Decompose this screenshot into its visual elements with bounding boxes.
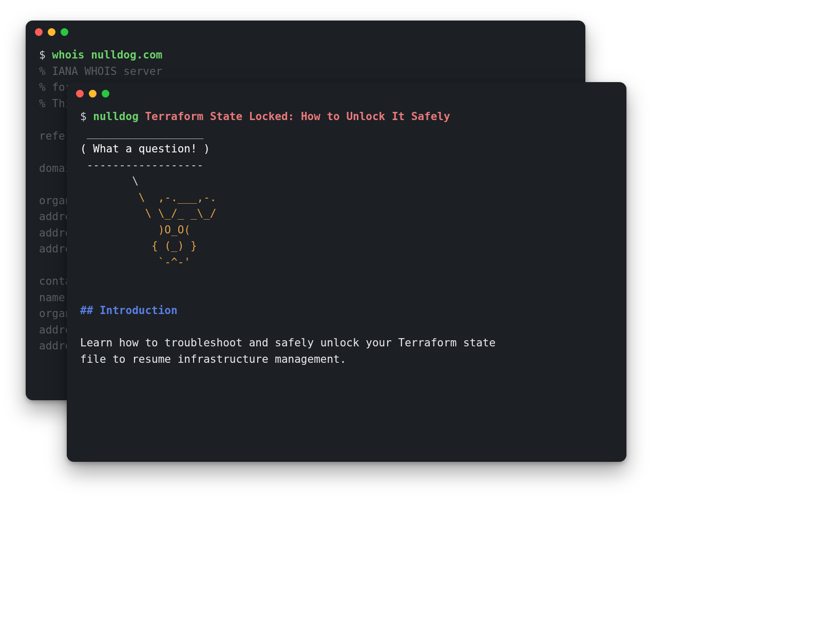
cow-line: \ ,-.___,-. [80,191,217,204]
body-text: file to resume infrastructure management… [80,353,346,365]
command-text: whois nulldog.com [52,49,162,61]
titlebar-back [26,21,585,43]
cow-line: )O_O( [80,224,191,236]
command-text: nulldog [93,110,139,123]
cow-line: `-^-' [80,256,191,268]
terminal-window-front: $ nulldog Terraform State Locked: How to… [67,82,626,462]
section-heading: ## Introduction [80,304,178,317]
speech-bubble-bottom: ------------------ [80,159,203,171]
minimize-icon[interactable] [89,90,97,97]
minimize-icon[interactable] [48,28,55,36]
close-icon[interactable] [76,90,84,97]
cow-line: { (_) } [80,240,197,252]
body-text: Learn how to troubleshoot and safely unl… [80,337,496,349]
terminal-content-front: $ nulldog Terraform State Locked: How to… [67,105,626,381]
speech-bubble-text: ( What a question! ) [80,143,210,155]
close-icon[interactable] [35,28,43,36]
prompt-symbol: $ [80,110,93,123]
maximize-icon[interactable] [61,28,68,36]
output-line: % IANA WHOIS server [39,65,162,77]
maximize-icon[interactable] [102,90,109,97]
cow-line: \ [80,175,139,187]
cow-line: \ \_/_ _\_/ [80,207,217,220]
article-title: Terraform State Locked: How to Unlock It… [145,110,450,123]
prompt-symbol: $ [39,49,52,61]
speech-bubble-top: __________________ [80,127,203,139]
titlebar-front [67,82,626,105]
